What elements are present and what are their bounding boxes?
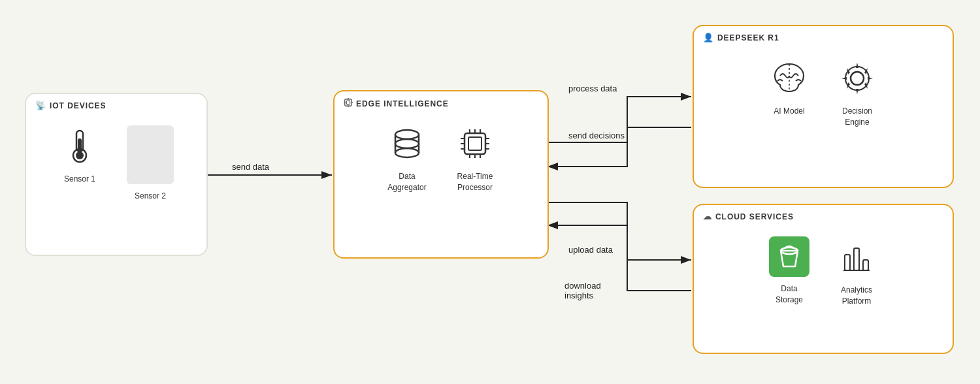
svg-rect-6 [345, 99, 352, 106]
data-aggregator-item: DataAggregator [386, 123, 428, 193]
send-data-label: send data [232, 162, 269, 172]
send-decisions-label: send decisions [568, 131, 625, 140]
edge-icon-row: DataAggregator [335, 123, 547, 193]
download-insights-label: downloadinsights [564, 281, 601, 300]
sensor1-icon [59, 125, 101, 167]
sensor1-label: Sensor 1 [64, 174, 95, 185]
data-aggregator-icon [386, 123, 428, 165]
iot-label-text: IOT DEVICES [50, 101, 106, 110]
svg-point-13 [395, 148, 419, 157]
ai-model-item: AI Model [768, 57, 810, 128]
deepseek-box: 👤 DEEPSEEK R1 AI Model [693, 25, 954, 188]
analytics-platform-label: AnalyticsPlatform [841, 285, 872, 307]
ai-model-label: AI Model [774, 106, 804, 117]
edge-intelligence-box: EDGE INTELLIGENCE DataAggregator [333, 90, 549, 259]
svg-point-12 [395, 130, 419, 139]
deepseek-box-label: 👤 DEEPSEEK R1 [703, 33, 779, 42]
svg-point-5 [76, 152, 84, 159]
sensor2-item: Sensor 2 [127, 125, 174, 202]
iot-label-icon: 📡 [35, 101, 46, 110]
data-aggregator-label: DataAggregator [387, 171, 426, 193]
iot-icon-row: Sensor 1 Sensor 2 [26, 125, 206, 202]
upload-data-label: upload data [568, 245, 613, 255]
svg-rect-37 [854, 248, 859, 270]
svg-point-32 [851, 72, 864, 85]
data-storage-label: DataStorage [776, 283, 803, 306]
realtime-processor-item: Real-TimeProcessor [454, 123, 496, 193]
realtime-processor-label: Real-TimeProcessor [457, 171, 493, 193]
realtime-processor-icon [454, 123, 496, 165]
decision-engine-icon [836, 57, 878, 99]
svg-rect-18 [468, 137, 482, 150]
cloud-icon-row: DataStorage AnalyticsPlatform [694, 236, 953, 307]
edge-label-text: EDGE INTELLIGENCE [356, 99, 449, 108]
edge-label-icon [344, 98, 353, 109]
diagram-container: 📡 IOT DEVICES Sensor 1 Sensor 2 [0, 0, 980, 384]
deepseek-label-icon: 👤 [703, 33, 714, 42]
decision-engine-label: DecisionEngine [842, 106, 872, 128]
iot-devices-box: 📡 IOT DEVICES Sensor 1 Sensor 2 [25, 93, 208, 256]
svg-point-16 [395, 139, 419, 148]
svg-rect-38 [863, 260, 868, 270]
ai-model-icon [768, 57, 810, 99]
sensor2-box [127, 125, 174, 184]
process-data-label: process data [568, 84, 617, 93]
deepseek-label-text: DEEPSEEK R1 [717, 33, 779, 42]
svg-rect-17 [465, 133, 485, 154]
cloud-label-text: CLOUD SERVICES [715, 212, 794, 221]
edge-box-label: EDGE INTELLIGENCE [344, 98, 449, 109]
sensor1-item: Sensor 1 [59, 125, 101, 202]
sensor2-label: Sensor 2 [135, 191, 166, 202]
svg-rect-7 [346, 101, 350, 104]
svg-point-33 [845, 67, 869, 90]
analytics-platform-item: AnalyticsPlatform [836, 236, 877, 307]
cloud-box-label: ☁ CLOUD SERVICES [703, 212, 794, 221]
analytics-platform-icon [836, 236, 877, 278]
deepseek-icon-row: AI Model DecisionEngi [694, 57, 953, 128]
decision-engine-item: DecisionEngine [836, 57, 878, 128]
data-storage-item: DataStorage [769, 236, 809, 307]
cloud-services-box: ☁ CLOUD SERVICES DataStorage [693, 204, 954, 354]
svg-rect-36 [845, 255, 850, 270]
data-storage-icon [769, 236, 809, 277]
bucket-svg [776, 243, 803, 270]
iot-box-label: 📡 IOT DEVICES [35, 101, 106, 110]
cloud-label-icon: ☁ [703, 212, 712, 221]
svg-rect-4 [78, 138, 82, 153]
